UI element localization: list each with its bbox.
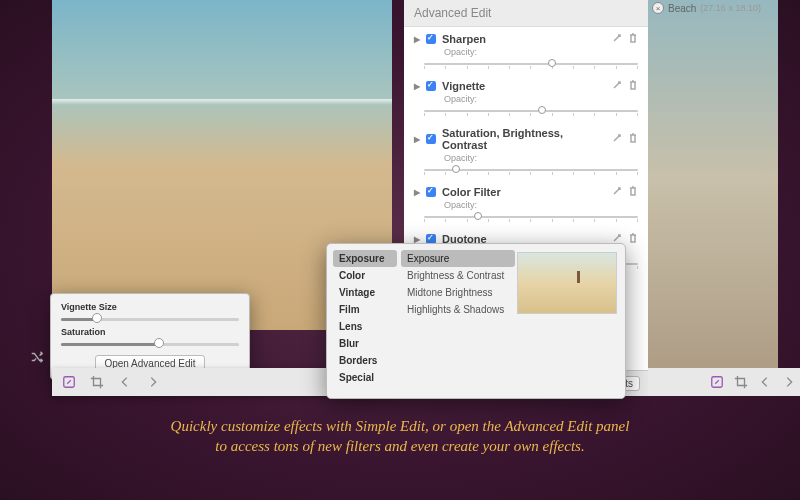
subcategory-item[interactable]: Exposure xyxy=(401,250,515,267)
category-item[interactable]: Color xyxy=(333,267,397,284)
effect-delete-icon[interactable] xyxy=(628,133,638,145)
effect-group: ▶ Saturation, Brightness, Contrast Opaci… xyxy=(414,121,638,176)
effect-checkbox[interactable] xyxy=(426,81,436,91)
opacity-slider[interactable] xyxy=(424,105,638,117)
edit-effects-icon[interactable] xyxy=(710,375,724,389)
simple-edit-popover: Vignette Size Saturation Open Advanced E… xyxy=(50,293,250,380)
effect-header[interactable]: ▶ Vignette xyxy=(414,80,638,92)
opacity-label: Opacity: xyxy=(444,47,638,57)
crop-icon[interactable] xyxy=(734,375,748,389)
advanced-edit-title: Advanced Edit xyxy=(404,0,648,27)
opacity-slider[interactable] xyxy=(424,211,638,223)
disclosure-triangle-icon[interactable]: ▶ xyxy=(414,188,420,197)
effect-categories-popover: ExposureColorVintageFilmLensBlurBordersS… xyxy=(326,243,626,399)
crop-icon[interactable] xyxy=(90,375,104,389)
effect-settings-icon[interactable] xyxy=(612,186,622,198)
opacity-slider[interactable] xyxy=(424,58,638,70)
opacity-label: Opacity: xyxy=(444,200,638,210)
effect-name: Sharpen xyxy=(442,33,486,45)
category-item[interactable]: Exposure xyxy=(333,250,397,267)
opacity-label: Opacity: xyxy=(444,94,638,104)
opacity-slider[interactable] xyxy=(424,164,638,176)
beach-photo-right: × Beach (27.16 x 18.10) xyxy=(648,0,778,396)
shuffle-icon[interactable] xyxy=(30,350,44,367)
effect-name: Color Filter xyxy=(442,186,501,198)
effect-name: Vignette xyxy=(442,80,485,92)
effect-name: Saturation, Brightness, Contrast xyxy=(442,127,606,151)
category-item[interactable]: Film xyxy=(333,301,397,318)
subcategory-item[interactable]: Highlights & Shadows xyxy=(401,301,515,318)
vignette-size-label: Vignette Size xyxy=(61,302,239,312)
saturation-label: Saturation xyxy=(61,327,239,337)
effect-settings-icon[interactable] xyxy=(612,80,622,92)
effect-checkbox[interactable] xyxy=(426,187,436,197)
opacity-label: Opacity: xyxy=(444,153,638,163)
vignette-size-slider[interactable] xyxy=(61,312,239,326)
subcategory-item[interactable]: Brightness & Contrast xyxy=(401,267,515,284)
image-dimensions: (27.16 x 18.10) xyxy=(700,3,761,13)
edit-effects-icon[interactable] xyxy=(62,375,76,389)
category-item[interactable]: Special xyxy=(333,369,397,386)
disclosure-triangle-icon[interactable]: ▶ xyxy=(414,135,420,144)
effect-group: ▶ Sharpen Opacity: xyxy=(414,27,638,70)
close-icon[interactable]: × xyxy=(652,2,664,14)
effect-header[interactable]: ▶ Saturation, Brightness, Contrast xyxy=(414,127,638,151)
effect-checkbox[interactable] xyxy=(426,134,436,144)
forward-arrow-icon[interactable] xyxy=(146,375,160,389)
effect-delete-icon[interactable] xyxy=(628,33,638,45)
effect-delete-icon[interactable] xyxy=(628,233,638,245)
toolbar-right xyxy=(648,368,800,396)
effect-group: ▶ Color Filter Opacity: xyxy=(414,180,638,223)
effect-settings-icon[interactable] xyxy=(612,133,622,145)
saturation-slider[interactable] xyxy=(61,337,239,351)
effect-header[interactable]: ▶ Color Filter xyxy=(414,186,638,198)
back-arrow-icon[interactable] xyxy=(118,375,132,389)
effect-header[interactable]: ▶ Sharpen xyxy=(414,33,638,45)
effect-group: ▶ Vignette Opacity: xyxy=(414,74,638,117)
category-item[interactable]: Lens xyxy=(333,318,397,335)
effect-delete-icon[interactable] xyxy=(628,80,638,92)
effect-settings-icon[interactable] xyxy=(612,33,622,45)
effect-preview-thumbnail[interactable] xyxy=(517,252,617,314)
disclosure-triangle-icon[interactable]: ▶ xyxy=(414,82,420,91)
marketing-caption: Quickly customize effects with Simple Ed… xyxy=(0,416,800,457)
effect-delete-icon[interactable] xyxy=(628,186,638,198)
back-arrow-icon[interactable] xyxy=(758,375,772,389)
category-item[interactable]: Vintage xyxy=(333,284,397,301)
subcategory-item[interactable]: Midtone Brightness xyxy=(401,284,515,301)
category-item[interactable]: Borders xyxy=(333,352,397,369)
image-name: Beach xyxy=(668,3,696,14)
forward-arrow-icon[interactable] xyxy=(782,375,796,389)
effect-checkbox[interactable] xyxy=(426,34,436,44)
disclosure-triangle-icon[interactable]: ▶ xyxy=(414,35,420,44)
category-item[interactable]: Blur xyxy=(333,335,397,352)
